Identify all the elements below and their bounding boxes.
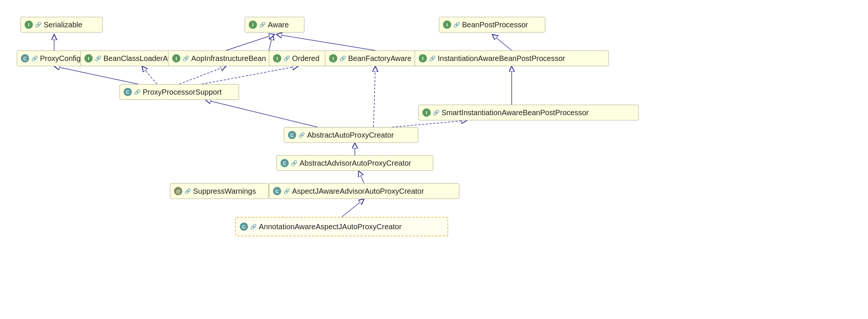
node-InstantiationAwareBeanPostProcessor[interactable]: I🔗InstantiationAwareBeanPostProcessor — [415, 50, 609, 66]
node-BeanPostProcessor[interactable]: I🔗BeanPostProcessor — [439, 17, 545, 33]
node-AbstractAutoProxyCreator[interactable]: C🔗AbstractAutoProxyCreator — [284, 127, 418, 143]
svg-line-3 — [276, 34, 375, 50]
node-Aware[interactable]: I🔗Aware — [245, 17, 304, 33]
type-badge-AopInfrastructureBean: I — [172, 54, 180, 62]
type-badge-AspectJAwareAdvisorAutoProxyCreator: C — [273, 187, 281, 195]
link-icon-AnnotationAwareAspectJAutoProxyCreator: 🔗 — [250, 224, 257, 230]
type-badge-SuppressWarnings: @ — [174, 187, 182, 195]
node-label-ProxyProcessorSupport: ProxyProcessorSupport — [143, 88, 221, 96]
svg-line-2 — [226, 34, 275, 50]
svg-line-14 — [359, 171, 364, 183]
node-AnnotationAwareAspectJAutoProxyCreator[interactable]: C🔗AnnotationAwareAspectJAutoProxyCreator — [235, 217, 448, 236]
type-badge-SmartInstantiationAwareBeanPostProcessor: I — [422, 108, 431, 117]
node-label-SuppressWarnings: SuppressWarnings — [193, 187, 256, 196]
link-icon-AbstractAdvisorAutoProxyCreator: 🔗 — [291, 160, 297, 166]
type-badge-BeanClassLoaderAware: I — [84, 54, 93, 62]
node-Serializable[interactable]: I🔗Serializable — [21, 17, 103, 33]
link-icon-Ordered: 🔗 — [283, 55, 290, 61]
link-icon-BeanClassLoaderAware: 🔗 — [95, 55, 101, 61]
node-label-AopInfrastructureBean: AopInfrastructureBean — [191, 54, 266, 63]
node-AopInfrastructureBean[interactable]: I🔗AopInfrastructureBean — [168, 50, 284, 66]
type-badge-Ordered: I — [273, 54, 281, 62]
link-icon-ProxyProcessorSupport: 🔗 — [134, 89, 140, 95]
link-icon-InstantiationAwareBeanPostProcessor: 🔗 — [429, 55, 435, 61]
node-label-BeanFactoryAware: BeanFactoryAware — [348, 54, 412, 63]
type-badge-ProxyProcessorSupport: C — [124, 88, 132, 96]
type-badge-BeanPostProcessor: I — [443, 21, 451, 29]
node-AbstractAdvisorAutoProxyCreator[interactable]: C🔗AbstractAdvisorAutoProxyCreator — [276, 155, 433, 171]
node-label-InstantiationAwareBeanPostProcessor: InstantiationAwareBeanPostProcessor — [438, 54, 565, 63]
arrows-svg — [0, 0, 868, 319]
svg-line-6 — [142, 66, 157, 84]
link-icon-SmartInstantiationAwareBeanPostProcessor: 🔗 — [433, 110, 439, 116]
node-label-AnnotationAwareAspectJAutoProxyCreator: AnnotationAwareAspectJAutoProxyCreator — [259, 223, 402, 231]
type-badge-AbstractAutoProxyCreator: C — [288, 131, 296, 139]
type-badge-ProxyConfig: C — [21, 54, 29, 62]
svg-line-4 — [492, 34, 512, 50]
type-badge-Aware: I — [249, 21, 257, 29]
link-icon-Aware: 🔗 — [259, 22, 266, 28]
link-icon-AspectJAwareAdvisorAutoProxyCreator: 🔗 — [283, 188, 290, 194]
type-badge-InstantiationAwareBeanPostProcessor: I — [419, 54, 427, 62]
node-label-AbstractAutoProxyCreator: AbstractAutoProxyCreator — [307, 131, 394, 139]
svg-line-11 — [373, 66, 375, 127]
node-ProxyProcessorSupport[interactable]: C🔗ProxyProcessorSupport — [120, 84, 239, 100]
link-icon-BeanPostProcessor: 🔗 — [453, 22, 460, 28]
link-icon-ProxyConfig: 🔗 — [31, 55, 38, 61]
diagram-container: I🔗SerializableI🔗AwareI🔗BeanPostProcessor… — [0, 0, 868, 319]
node-SmartInstantiationAwareBeanPostProcessor[interactable]: I🔗SmartInstantiationAwareBeanPostProcess… — [418, 105, 639, 120]
node-label-SmartInstantiationAwareBeanPostProcessor: SmartInstantiationAwareBeanPostProcessor — [441, 108, 589, 117]
svg-line-8 — [202, 66, 298, 84]
node-BeanFactoryAware[interactable]: I🔗BeanFactoryAware — [325, 50, 426, 66]
link-icon-Serializable: 🔗 — [35, 22, 41, 28]
node-AspectJAwareAdvisorAutoProxyCreator[interactable]: C🔗AspectJAwareAdvisorAutoProxyCreator — [269, 183, 459, 199]
svg-line-5 — [54, 66, 138, 84]
node-label-Serializable: Serializable — [44, 21, 82, 29]
type-badge-Serializable: I — [25, 21, 33, 29]
node-label-ProxyConfig: ProxyConfig — [40, 54, 81, 63]
type-badge-AbstractAdvisorAutoProxyCreator: C — [280, 159, 289, 167]
link-icon-BeanFactoryAware: 🔗 — [340, 55, 346, 61]
link-icon-AopInfrastructureBean: 🔗 — [183, 55, 189, 61]
node-label-AspectJAwareAdvisorAutoProxyCreator: AspectJAwareAdvisorAutoProxyCreator — [292, 187, 424, 196]
node-label-Aware: Aware — [268, 21, 289, 29]
type-badge-BeanFactoryAware: I — [329, 54, 337, 62]
node-label-AbstractAdvisorAutoProxyCreator: AbstractAdvisorAutoProxyCreator — [300, 159, 411, 168]
svg-line-12 — [392, 120, 467, 127]
type-badge-AnnotationAwareAspectJAutoProxyCreator: C — [240, 223, 248, 231]
node-SuppressWarnings[interactable]: @🔗SuppressWarnings — [170, 183, 269, 199]
svg-line-7 — [179, 66, 226, 84]
node-label-Ordered: Ordered — [292, 54, 319, 63]
svg-line-15 — [342, 199, 364, 217]
node-label-BeanPostProcessor: BeanPostProcessor — [462, 21, 528, 29]
link-icon-SuppressWarnings: 🔗 — [185, 188, 191, 194]
link-icon-AbstractAutoProxyCreator: 🔗 — [298, 132, 305, 138]
svg-line-1 — [269, 34, 273, 50]
svg-line-10 — [205, 100, 317, 127]
node-Ordered[interactable]: I🔗Ordered — [269, 50, 327, 66]
